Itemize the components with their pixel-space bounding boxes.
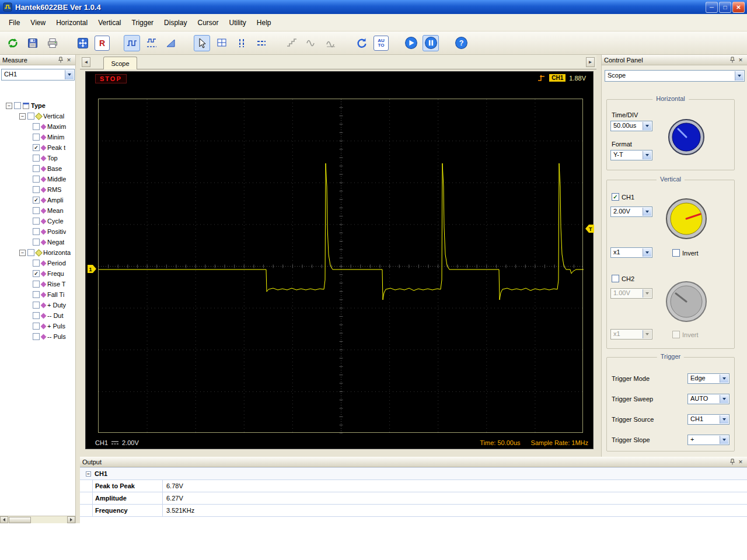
ch1-probe-select[interactable]: x1 (610, 247, 652, 258)
scope-screen[interactable] (98, 99, 583, 433)
measure-hscrollbar[interactable] (0, 516, 75, 523)
menu-item-vertical[interactable]: Vertical (93, 16, 126, 29)
ch1-enable-row[interactable]: ✓ CH1 (612, 193, 634, 201)
tree-item-duty[interactable]: + Duty (0, 300, 75, 310)
menu-item-cursor[interactable]: Cursor (192, 16, 224, 29)
combo-arrow-icon[interactable] (720, 374, 728, 383)
tree-checkbox[interactable] (27, 113, 34, 120)
tree-checkbox[interactable] (33, 218, 40, 225)
tree-checkbox[interactable] (33, 228, 40, 235)
combo-arrow-icon[interactable] (643, 122, 651, 130)
ch1-volts-select[interactable]: 2.00V (610, 206, 652, 217)
tree-checkbox[interactable] (33, 302, 40, 309)
time-div-select[interactable]: 50.00us (610, 121, 652, 131)
start-button[interactable] (403, 35, 419, 51)
horizontal-position-knob[interactable] (668, 118, 705, 157)
menu-item-utility[interactable]: Utility (224, 16, 251, 29)
tree-checkbox[interactable] (33, 176, 40, 183)
scroll-right-icon[interactable] (67, 516, 75, 523)
measure-close-icon[interactable]: ✕ (65, 56, 73, 64)
tree-checkbox[interactable] (33, 239, 40, 246)
save-button[interactable] (25, 35, 41, 51)
trigger-slope-select[interactable]: + (687, 435, 729, 445)
tree-item-fall-ti[interactable]: Fall Ti (0, 289, 75, 300)
maximize-button[interactable]: □ (719, 2, 731, 13)
output-group-row[interactable]: − CH1 (80, 468, 747, 480)
help-button[interactable]: ? (453, 35, 469, 51)
ch1-invert-row[interactable]: Invert (672, 249, 699, 257)
measure-channel-select[interactable]: CH1 (1, 69, 75, 80)
tree-checkbox[interactable] (33, 123, 40, 130)
expand-icon[interactable]: − (19, 113, 26, 120)
combo-arrow-icon[interactable] (735, 71, 743, 80)
ch2-checkbox[interactable] (612, 275, 619, 282)
dual-wave-button[interactable] (144, 35, 160, 51)
tree-checkbox[interactable] (33, 207, 40, 214)
tree-checkbox[interactable]: ✓ (33, 144, 40, 151)
menu-item-horizontal[interactable]: Horizontal (51, 16, 93, 29)
record-button[interactable]: R (95, 36, 110, 51)
tab-scroll-right-icon[interactable]: ► (586, 57, 595, 67)
tree-item-positiv[interactable]: Positiv (0, 226, 75, 237)
tree-checkbox[interactable] (33, 186, 40, 193)
menu-item-help[interactable]: Help (252, 16, 277, 29)
combo-arrow-icon[interactable] (643, 208, 651, 216)
expand-icon[interactable]: − (19, 250, 26, 256)
combo-arrow-icon[interactable] (720, 415, 728, 424)
tree-item-minim[interactable]: Minim (0, 132, 75, 142)
tree-item-negat[interactable]: Negat (0, 237, 75, 247)
tree-checkbox[interactable] (33, 312, 40, 319)
scroll-thumb[interactable] (9, 517, 31, 523)
trigger-sweep-select[interactable]: AUTO (687, 394, 729, 404)
ch1-invert-checkbox[interactable] (672, 249, 680, 257)
menu-item-display[interactable]: Display (159, 16, 192, 29)
tree-checkbox[interactable] (33, 260, 40, 267)
minimize-button[interactable]: ─ (706, 2, 718, 13)
tree-item-rise-t[interactable]: Rise T (0, 279, 75, 289)
refresh-button[interactable] (354, 35, 370, 51)
tree-checkbox[interactable] (33, 155, 40, 162)
ch1-checkbox[interactable]: ✓ (612, 193, 619, 201)
tree-item-peak-t[interactable]: ✓Peak t (0, 142, 75, 153)
tree-item-cycle[interactable]: Cycle (0, 216, 75, 226)
tree-checkbox[interactable] (33, 134, 40, 141)
trigger-level-marker[interactable]: T (585, 225, 594, 234)
tree-item-vertical[interactable]: −Vertical (0, 111, 75, 121)
horizontal-cursors-button[interactable] (253, 35, 270, 51)
grid-tool-button[interactable] (214, 35, 230, 51)
menu-item-file[interactable]: File (4, 16, 25, 29)
tree-item-period[interactable]: Period (0, 258, 75, 268)
tree-checkbox[interactable] (33, 323, 40, 330)
menu-item-trigger[interactable]: Trigger (127, 16, 159, 29)
combo-arrow-icon[interactable] (643, 151, 651, 159)
pause-button[interactable] (423, 35, 439, 51)
tree-item-base[interactable]: Base (0, 163, 75, 174)
tree-item-ampli[interactable]: ✓Ampli (0, 195, 75, 205)
tree-item-type[interactable]: −Type (0, 100, 75, 111)
tree-item-horizonta[interactable]: −Horizonta (0, 247, 75, 258)
collapse-icon[interactable]: − (86, 471, 91, 477)
tree-checkbox[interactable] (14, 102, 21, 109)
combo-arrow-icon[interactable] (65, 70, 74, 79)
auto-scale-button[interactable]: AUTO (374, 36, 389, 51)
tree-item-mean[interactable]: Mean (0, 205, 75, 216)
channel1-level-marker[interactable]: 1 (88, 265, 97, 274)
close-button[interactable]: ✕ (732, 2, 745, 13)
trigger-mode-select[interactable]: Edge (687, 373, 729, 384)
vertical-cursors-button[interactable] (233, 35, 250, 51)
combo-arrow-icon[interactable] (643, 249, 651, 257)
pin-icon[interactable] (728, 56, 736, 64)
tree-checkbox[interactable] (33, 281, 40, 288)
ramp-wave-button[interactable] (163, 35, 180, 51)
open-button[interactable] (5, 35, 21, 51)
tree-item-top[interactable]: Top (0, 153, 75, 163)
format-select[interactable]: Y-T (610, 150, 652, 160)
combo-arrow-icon[interactable] (720, 436, 728, 444)
tree-item-puls[interactable]: + Puls (0, 321, 75, 331)
output-close-icon[interactable]: ✕ (736, 458, 745, 466)
pin-icon[interactable] (728, 458, 736, 466)
tree-checkbox[interactable] (33, 165, 40, 172)
tab-scroll-left-icon[interactable]: ◄ (82, 57, 90, 67)
scroll-left-icon[interactable] (0, 516, 8, 523)
tree-item-rms[interactable]: RMS (0, 184, 75, 195)
